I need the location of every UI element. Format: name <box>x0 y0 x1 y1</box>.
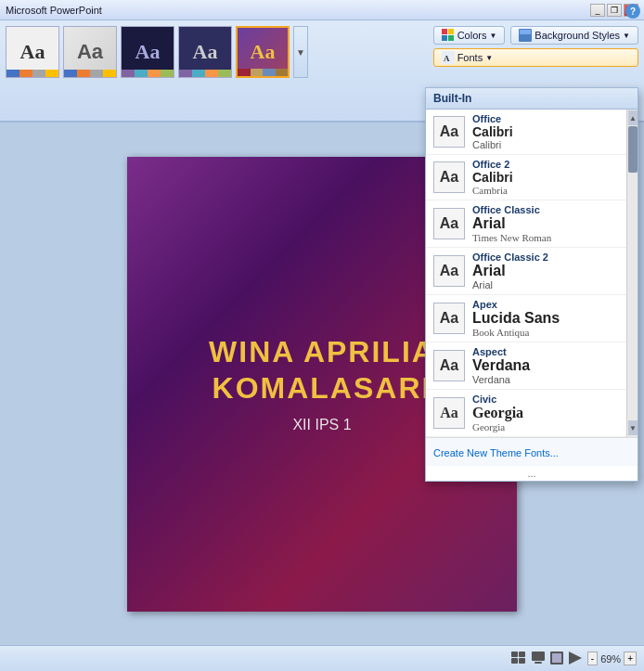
svg-text:A: A <box>444 54 450 63</box>
font-preview-office2: Aa <box>433 161 465 193</box>
colors-arrow: ▼ <box>489 32 496 40</box>
svg-rect-5 <box>520 30 531 34</box>
slide-title: WINA APRILIA KOMALASARI <box>209 334 435 406</box>
font-info-aspect: Aspect Verdana Verdana <box>472 346 619 385</box>
font-info-office: Office Calibri Calibri <box>472 113 619 150</box>
font-item-office-classic2[interactable]: Aa Office Classic 2 Arial Arial <box>426 248 626 295</box>
status-bar: - 69% + <box>0 645 644 671</box>
font-preview-aspect: Aa <box>433 350 465 381</box>
view-reading-icon[interactable] <box>550 652 563 666</box>
bg-styles-arrow: ▼ <box>623 32 630 40</box>
background-styles-button[interactable]: Background Styles ▼ <box>510 26 638 45</box>
svg-rect-2 <box>442 35 447 41</box>
fonts-icon: A <box>442 51 455 64</box>
svg-rect-8 <box>511 652 518 657</box>
view-slideshow-icon[interactable] <box>569 652 582 666</box>
font-preview-office: Aa <box>433 116 465 148</box>
svg-rect-12 <box>532 652 545 661</box>
slide-subtitle: XII IPS 1 <box>292 417 351 433</box>
font-item-apex[interactable]: Aa Apex Lucida Sans Book Antiqua <box>426 295 626 342</box>
zoom-out-button[interactable]: - <box>587 652 598 665</box>
ribbon-right-area: Colors ▼ Background Styles ▼ <box>433 24 638 67</box>
theme-item-4[interactable]: Aa <box>178 26 232 78</box>
background-styles-icon <box>519 29 532 42</box>
fonts-arrow: ▼ <box>485 54 493 62</box>
create-new-fonts-link[interactable]: Create New Theme Fonts... <box>433 447 559 458</box>
svg-rect-15 <box>552 653 561 663</box>
font-item-office-classic[interactable]: Aa Office Classic Arial Times New Roman <box>426 200 626 248</box>
font-info-apex: Apex Lucida Sans Book Antiqua <box>472 299 619 338</box>
font-item-office2[interactable]: Aa Office 2 Calibri Cambria <box>426 155 626 200</box>
title-bar: Microsoft PowerPoint _ ❐ ✕ <box>0 0 644 20</box>
colors-label: Colors <box>457 30 487 41</box>
help-icon[interactable]: ? <box>625 4 640 19</box>
fonts-panel-footer: Create New Theme Fonts... <box>426 437 638 466</box>
svg-rect-0 <box>442 29 447 34</box>
font-item-office[interactable]: Aa Office Calibri Calibri <box>426 110 626 155</box>
colors-icon <box>442 29 455 42</box>
font-info-office2: Office 2 Calibri Cambria <box>472 159 619 196</box>
svg-marker-16 <box>569 652 582 665</box>
fonts-dropdown: Built-In Aa Office Calibri <box>425 87 638 482</box>
font-item-civic[interactable]: Aa Civic Georgia Georgia <box>426 390 626 437</box>
view-normal-icon[interactable] <box>511 652 526 666</box>
fonts-label: Fonts <box>457 52 483 63</box>
font-preview-office-classic: Aa <box>433 208 465 239</box>
svg-rect-3 <box>448 35 454 41</box>
fonts-panel: Built-In Aa Office Calibri <box>425 87 638 482</box>
font-preview-civic: Aa <box>433 397 465 429</box>
fonts-panel-title: Built-In <box>433 92 471 105</box>
theme-item-2[interactable]: Aa <box>63 26 117 78</box>
svg-rect-11 <box>519 658 525 664</box>
svg-rect-9 <box>519 652 525 657</box>
fonts-panel-header: Built-In <box>426 88 638 110</box>
svg-rect-10 <box>511 658 518 664</box>
themes-scroll-arrow[interactable]: ▼ <box>293 26 308 78</box>
minimize-button[interactable]: _ <box>590 4 605 17</box>
fonts-scrollbar[interactable]: ▲ ▼ <box>626 110 638 437</box>
font-preview-apex: Aa <box>433 303 465 334</box>
font-info-office-classic2: Office Classic 2 Arial Arial <box>472 252 619 290</box>
fonts-list: Aa Office Calibri Calibri Aa <box>426 110 626 437</box>
svg-rect-13 <box>535 662 542 664</box>
colors-button[interactable]: Colors ▼ <box>433 26 506 45</box>
restore-button[interactable]: ❐ <box>607 4 622 17</box>
svg-rect-1 <box>448 29 454 34</box>
app-wrapper: Microsoft PowerPoint _ ❐ ✕ Aa Aa <box>0 0 644 671</box>
more-dots: ... <box>426 466 638 481</box>
app-title: Microsoft PowerPoint <box>6 5 102 16</box>
fonts-button[interactable]: A Fonts ▼ <box>433 48 638 67</box>
status-right: - 69% + <box>511 652 637 666</box>
font-info-civic: Civic Georgia Georgia <box>472 394 619 432</box>
view-slide-sorter-icon[interactable] <box>532 652 545 666</box>
theme-item-1[interactable]: Aa <box>6 26 59 78</box>
theme-item-5[interactable]: Aa <box>236 26 290 78</box>
font-item-aspect[interactable]: Aa Aspect Verdana Verdana <box>426 342 626 390</box>
background-styles-label: Background Styles <box>535 30 620 41</box>
zoom-controls: - 69% + <box>587 652 637 665</box>
theme-item-3[interactable]: Aa <box>121 26 174 78</box>
zoom-in-button[interactable]: + <box>624 652 637 665</box>
fonts-list-container: Aa Office Calibri Calibri Aa <box>426 110 638 437</box>
font-preview-office-classic2: Aa <box>433 255 465 287</box>
font-info-office-classic: Office Classic Arial Times New Roman <box>472 204 619 243</box>
zoom-level: 69% <box>600 653 621 665</box>
